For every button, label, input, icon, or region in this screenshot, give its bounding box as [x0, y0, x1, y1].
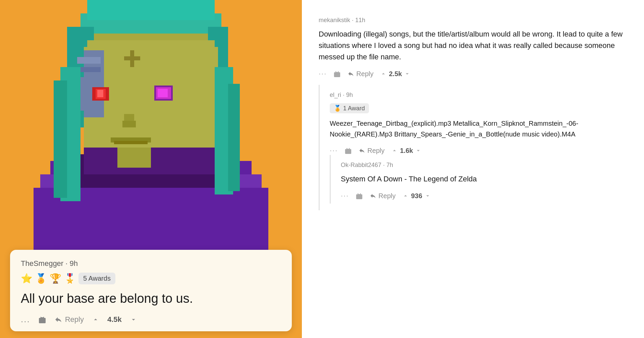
- award-icon-3: 🏆: [50, 273, 61, 284]
- top-vote-count: 2.5k: [389, 70, 402, 78]
- svg-rect-25: [124, 56, 140, 60]
- nested-reply-icon: [359, 147, 365, 154]
- nested-gift-button[interactable]: [344, 147, 352, 154]
- top-more-options[interactable]: ···: [319, 69, 327, 78]
- awards-count-badge: 5 Awards: [78, 273, 115, 284]
- nested-comment-time: 9h: [346, 92, 353, 98]
- deep-downvote-icon[interactable]: [424, 192, 431, 199]
- nested-upvote-icon[interactable]: [391, 147, 398, 154]
- left-panel: TheSmegger · 9h ⭐ 🏅 🏆 🎖️ 5 Awards All yo…: [0, 0, 302, 338]
- deep-comment-author: Ok-Rabbit2467: [341, 162, 381, 168]
- deep-vote-count: 936: [411, 192, 422, 200]
- svg-rect-16: [97, 90, 103, 97]
- deep-upvote-icon[interactable]: [402, 192, 409, 199]
- vote-count: 4.5k: [107, 315, 122, 324]
- deep-more-options[interactable]: ···: [341, 191, 349, 200]
- nested-award-tag: 🏅 1 Award: [330, 103, 369, 113]
- comment-time: 9h: [70, 259, 78, 268]
- deep-reply-icon: [370, 192, 376, 199]
- top-comment-actions: ··· Reply 2.5k: [319, 69, 627, 78]
- svg-rect-33: [54, 80, 67, 198]
- deep-comment-meta: Ok-Rabbit2467 · 7h: [341, 162, 627, 169]
- svg-rect-6: [87, 0, 215, 20]
- top-comment-text: Downloading (illegal) songs, but the tit…: [319, 29, 627, 63]
- gift-icon: [38, 316, 46, 324]
- deep-nested-comment: Ok-Rabbit2467 · 7h System Of A Down - Th…: [330, 155, 627, 204]
- top-comment-meta: mekanikstik · 11h: [319, 17, 627, 24]
- nested-reply-button[interactable]: Reply: [359, 147, 384, 155]
- top-gift-button[interactable]: [333, 70, 341, 77]
- nested-comment-author: el_ri: [330, 92, 341, 98]
- award-icon-4: 🎖️: [64, 273, 76, 284]
- deep-nested-inner: Ok-Rabbit2467 · 7h System Of A Down - Th…: [341, 155, 627, 204]
- comment-text: All your base are belong to us.: [21, 290, 281, 307]
- top-comment-author: mekanikstik: [319, 17, 350, 23]
- nested-separator: ·: [343, 92, 346, 98]
- award-icon-2: 🏅: [35, 273, 47, 284]
- top-reply-button[interactable]: Reply: [347, 70, 373, 78]
- nested-reply-label: Reply: [367, 147, 384, 155]
- awards-row: ⭐ 🏅 🏆 🎖️ 5 Awards: [21, 273, 281, 284]
- nested-comment-meta: el_ri · 9h: [330, 92, 627, 99]
- top-level-comment: mekanikstik · 11h Downloading (illegal) …: [319, 17, 627, 85]
- comment-author: TheSmegger: [21, 259, 63, 268]
- top-reply-icon: [347, 70, 354, 77]
- svg-rect-31: [117, 148, 151, 168]
- deep-comment-actions: ··· Reply: [341, 191, 627, 200]
- top-comment-time: 11h: [355, 17, 365, 23]
- svg-rect-19: [158, 89, 168, 97]
- deep-separator: ·: [383, 162, 386, 168]
- deep-comment-time: 7h: [386, 162, 393, 168]
- nested-vote-section: 1.6k: [391, 147, 422, 155]
- reply-button[interactable]: Reply: [54, 315, 84, 324]
- svg-rect-23: [114, 141, 148, 144]
- deep-gift-icon: [356, 192, 363, 200]
- deep-vote-section: 936: [402, 192, 431, 200]
- top-upvote-icon[interactable]: [380, 70, 387, 77]
- nested-comment-actions: ··· Reply: [330, 146, 627, 155]
- top-vote-section: 2.5k: [380, 70, 411, 78]
- svg-rect-35: [228, 84, 240, 191]
- top-reply-label: Reply: [356, 70, 373, 78]
- reply-icon: [54, 316, 62, 324]
- comment-author-time: TheSmegger · 9h: [21, 259, 281, 268]
- comment-card: TheSmegger · 9h ⭐ 🏅 🏆 🎖️ 5 Awards All yo…: [10, 250, 292, 331]
- award-icon-1: ⭐: [21, 273, 33, 284]
- top-downvote-icon[interactable]: [404, 70, 411, 77]
- svg-rect-21: [122, 121, 136, 127]
- nested-comment-text: Weezer_Teenage_Dirtbag_(explicit).mp3 Me…: [330, 118, 627, 139]
- nested-award-label: 1 Award: [343, 105, 365, 112]
- svg-rect-11: [77, 57, 101, 64]
- top-comment-separator: ·: [352, 17, 355, 23]
- nested-more-options[interactable]: ···: [330, 146, 338, 155]
- deep-gift-button[interactable]: [356, 192, 363, 200]
- upvote-icon[interactable]: [92, 316, 99, 323]
- right-panel: mekanikstik · 11h Downloading (illegal) …: [302, 0, 644, 338]
- downvote-icon[interactable]: [130, 316, 137, 323]
- top-gift-icon: [333, 70, 341, 77]
- nested-comment-inner: el_ri · 9h 🏅 1 Award Weezer_Teenage_Dirt…: [330, 85, 627, 210]
- pixel-art-image: [0, 0, 302, 253]
- comment-time-separator: ·: [65, 259, 69, 268]
- nested-downvote-icon[interactable]: [415, 147, 422, 154]
- nested-gift-icon: [344, 147, 352, 154]
- deep-reply-button[interactable]: Reply: [370, 192, 395, 200]
- comment-actions: ... Reply 4.5k: [21, 314, 281, 325]
- gift-button[interactable]: [38, 316, 46, 324]
- award-emoji: 🏅: [334, 105, 341, 112]
- deep-reply-label: Reply: [378, 192, 395, 200]
- deep-comment-text: System Of A Down - The Legend of Zelda: [341, 173, 627, 185]
- nested-vote-count: 1.6k: [400, 147, 413, 155]
- reply-label: Reply: [65, 315, 84, 324]
- more-options-button[interactable]: ...: [21, 314, 30, 325]
- nested-comment-level1: el_ri · 9h 🏅 1 Award Weezer_Teenage_Dirt…: [319, 85, 627, 210]
